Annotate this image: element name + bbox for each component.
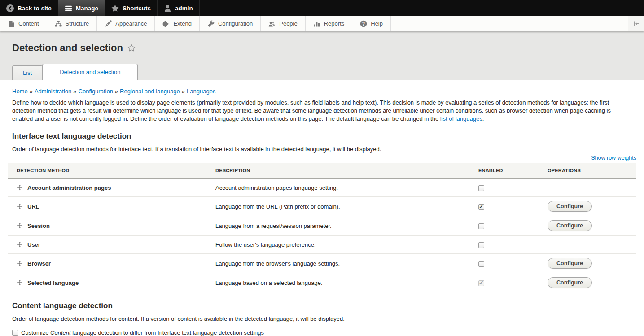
drag-handle-icon[interactable]	[17, 223, 23, 229]
enabled-checkbox[interactable]	[478, 261, 484, 267]
main-content: Home»Administration»Configuration»Region…	[0, 88, 644, 336]
interface-section-heading: Interface text language detection	[8, 132, 636, 141]
table-header-row: DETECTION METHOD DESCRIPTION ENABLED OPE…	[8, 163, 636, 179]
admin-toolbar: Back to site Manage Shortcuts admin	[0, 0, 644, 16]
method-description: Language from the URL (Path prefix or do…	[215, 197, 478, 216]
user-menu-button[interactable]: admin	[158, 0, 200, 16]
breadcrumb-link-regional[interactable]: Regional and language	[120, 88, 180, 95]
star-icon	[111, 4, 119, 12]
breadcrumb-separator: »	[30, 88, 33, 95]
page-title: Detection and selection	[12, 42, 123, 54]
method-description: Follow the user's language preference.	[215, 236, 478, 254]
table-row: User Follow the user's language preferen…	[8, 236, 636, 254]
header-description: DESCRIPTION	[215, 163, 478, 179]
back-to-site-label: Back to site	[18, 5, 52, 12]
toolbar-orientation-toggle[interactable]	[628, 16, 644, 31]
people-icon	[268, 20, 276, 27]
drag-handle-icon[interactable]	[17, 241, 23, 248]
configure-button[interactable]: Configure	[548, 201, 592, 212]
primary-tabs: List Detection and selection	[12, 64, 632, 80]
content-section-heading: Content language detection	[8, 301, 636, 310]
tab-detection-and-selection[interactable]: Detection and selection	[42, 64, 138, 80]
menu-item-label: Configuration	[218, 20, 253, 27]
table-row: Session Language from a request/session …	[8, 216, 636, 236]
customize-label-italic: Content	[50, 329, 71, 336]
method-description: Language from a request/session paramete…	[215, 216, 478, 236]
svg-text:?: ?	[362, 21, 365, 26]
configure-button[interactable]: Configure	[548, 258, 592, 269]
menu-item-label: People	[279, 20, 297, 27]
back-to-site-button[interactable]: Back to site	[0, 0, 58, 16]
bar-chart-icon	[313, 20, 320, 27]
method-name: User	[27, 241, 40, 248]
manage-label: Manage	[76, 5, 98, 12]
header-operations: OPERATIONS	[548, 163, 636, 179]
enabled-checkbox[interactable]	[478, 223, 484, 229]
customize-content-checkbox[interactable]	[12, 330, 18, 336]
back-arrow-icon	[6, 4, 14, 12]
shortcuts-label: Shortcuts	[123, 5, 151, 12]
breadcrumb-link-configuration[interactable]: Configuration	[79, 88, 113, 95]
breadcrumb-link-administration[interactable]: Administration	[35, 88, 71, 95]
breadcrumb-link-languages[interactable]: Languages	[187, 88, 215, 95]
intro-text-after: .	[482, 115, 484, 122]
drag-handle-icon[interactable]	[17, 184, 23, 191]
menu-item-extend[interactable]: Extend	[155, 16, 199, 31]
wrench-icon	[207, 20, 215, 27]
user-icon	[164, 4, 171, 12]
customize-content-label[interactable]: Customize Content language detection to …	[21, 329, 264, 336]
menu-item-content[interactable]: Content	[0, 16, 47, 31]
table-row: Selected language Language based on a se…	[8, 273, 636, 292]
admin-menu-tray: Content Structure Appearance Extend Conf…	[0, 16, 644, 31]
method-name: Account administration pages	[27, 184, 111, 191]
enabled-checkbox[interactable]	[478, 185, 484, 191]
header-detection-method: DETECTION METHOD	[8, 163, 215, 179]
menu-icon	[65, 4, 72, 12]
puzzle-icon	[162, 20, 170, 27]
customize-content-detection-row: Customize Content language detection to …	[8, 329, 636, 336]
enabled-checkbox	[478, 280, 484, 286]
table-row: Account administration pages Account adm…	[8, 179, 636, 197]
menu-item-structure[interactable]: Structure	[47, 16, 97, 31]
enabled-checkbox[interactable]	[478, 242, 484, 248]
menu-item-label: Extend	[173, 20, 191, 27]
enabled-checkbox[interactable]	[478, 204, 484, 210]
collapse-left-icon	[633, 20, 640, 27]
menu-item-appearance[interactable]: Appearance	[97, 16, 155, 31]
intro-text: Define how to decide which language is u…	[12, 99, 611, 122]
method-description: Language based on a selected language.	[215, 273, 478, 292]
show-row-weights-link[interactable]: Show row weights	[591, 155, 636, 161]
method-name: Session	[27, 223, 50, 229]
method-name: Selected language	[27, 279, 79, 286]
configure-button[interactable]: Configure	[548, 220, 592, 231]
configure-button[interactable]: Configure	[548, 277, 592, 288]
help-icon: ?	[360, 20, 367, 27]
table-row: URL Language from the URL (Path prefix o…	[8, 197, 636, 216]
drag-handle-icon[interactable]	[17, 279, 23, 286]
list-of-languages-link[interactable]: list of languages	[440, 115, 482, 122]
sitemap-icon	[55, 20, 62, 27]
paintbrush-icon	[105, 20, 112, 27]
page-header: Detection and selection List Detection a…	[0, 31, 644, 80]
menu-item-help[interactable]: ? Help	[352, 16, 391, 31]
menu-item-people[interactable]: People	[261, 16, 305, 31]
shortcuts-button[interactable]: Shortcuts	[105, 0, 158, 16]
drag-handle-icon[interactable]	[17, 203, 23, 209]
method-description: Language from the browser's language set…	[215, 254, 478, 273]
tab-list[interactable]: List	[12, 65, 43, 80]
menu-item-label: Content	[18, 20, 39, 27]
method-name: URL	[27, 203, 39, 210]
manage-button[interactable]: Manage	[58, 0, 105, 16]
favorite-star-icon[interactable]	[127, 44, 136, 52]
breadcrumb-separator: »	[182, 88, 185, 95]
tray-spacer	[391, 16, 628, 31]
menu-item-label: Help	[371, 20, 383, 27]
menu-item-reports[interactable]: Reports	[306, 16, 353, 31]
table-row: Browser Language from the browser's lang…	[8, 254, 636, 273]
breadcrumb-link-home[interactable]: Home	[12, 88, 28, 95]
menu-item-configuration[interactable]: Configuration	[200, 16, 261, 31]
menu-item-label: Reports	[324, 20, 345, 27]
drag-handle-icon[interactable]	[17, 260, 23, 266]
detection-methods-table: DETECTION METHOD DESCRIPTION ENABLED OPE…	[8, 163, 636, 292]
breadcrumb-separator: »	[73, 88, 76, 95]
